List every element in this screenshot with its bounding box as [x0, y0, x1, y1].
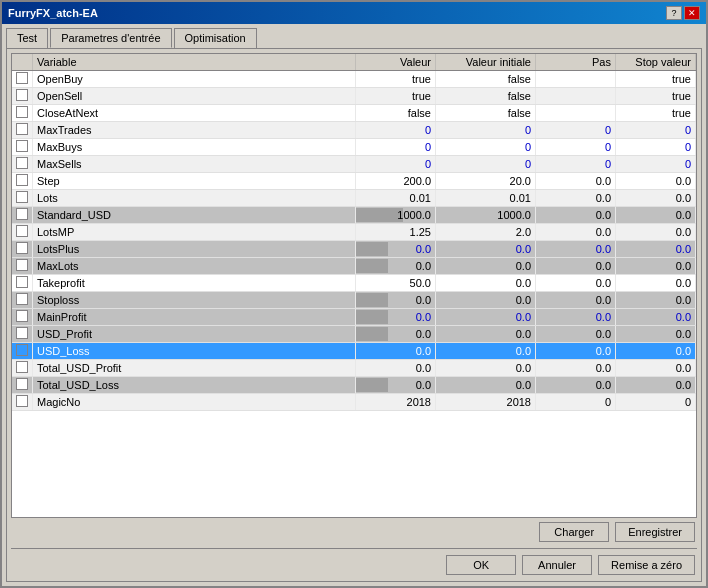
row-valeur[interactable]: 0.0 [356, 377, 436, 394]
row-valeur-initiale[interactable]: false [436, 71, 536, 88]
row-stop-valeur[interactable]: 0.0 [616, 173, 696, 190]
row-pas[interactable]: 0.0 [536, 326, 616, 343]
row-valeur-initiale[interactable]: 20.0 [436, 173, 536, 190]
row-valeur[interactable]: 0 [356, 156, 436, 173]
row-valeur-initiale[interactable]: 0.01 [436, 190, 536, 207]
row-valeur-initiale[interactable]: 0.0 [436, 292, 536, 309]
row-stop-valeur[interactable]: 0.0 [616, 190, 696, 207]
row-pas[interactable]: 0.0 [536, 241, 616, 258]
row-checkbox[interactable] [16, 123, 28, 135]
row-pas[interactable]: 0 [536, 394, 616, 411]
row-pas[interactable] [536, 105, 616, 122]
row-stop-valeur[interactable]: 0.0 [616, 207, 696, 224]
row-pas[interactable]: 0.0 [536, 173, 616, 190]
row-valeur[interactable]: 0 [356, 122, 436, 139]
row-pas[interactable]: 0 [536, 122, 616, 139]
row-valeur-initiale[interactable]: false [436, 105, 536, 122]
row-valeur-initiale[interactable]: 0.0 [436, 241, 536, 258]
row-pas[interactable]: 0.0 [536, 224, 616, 241]
row-stop-valeur[interactable]: true [616, 105, 696, 122]
row-valeur[interactable]: 0.0 [356, 292, 436, 309]
tab-test[interactable]: Test [6, 28, 48, 48]
row-valeur[interactable]: 2018 [356, 394, 436, 411]
row-valeur-initiale[interactable]: 2.0 [436, 224, 536, 241]
row-valeur-initiale[interactable]: 0 [436, 156, 536, 173]
row-valeur-initiale[interactable]: 0.0 [436, 377, 536, 394]
row-valeur[interactable]: false [356, 105, 436, 122]
row-stop-valeur[interactable]: true [616, 88, 696, 105]
row-checkbox[interactable] [16, 191, 28, 203]
row-valeur-initiale[interactable]: 0 [436, 139, 536, 156]
annuler-button[interactable]: Annuler [522, 555, 592, 575]
row-checkbox[interactable] [16, 276, 28, 288]
row-valeur[interactable]: 0.0 [356, 241, 436, 258]
row-pas[interactable]: 0.0 [536, 360, 616, 377]
row-valeur[interactable]: 0.0 [356, 258, 436, 275]
row-pas[interactable]: 0 [536, 139, 616, 156]
row-pas[interactable]: 0 [536, 156, 616, 173]
row-valeur-initiale[interactable]: 0.0 [436, 275, 536, 292]
help-button[interactable]: ? [666, 6, 682, 20]
row-valeur-initiale[interactable]: false [436, 88, 536, 105]
row-stop-valeur[interactable]: 0.0 [616, 343, 696, 360]
close-button[interactable]: ✕ [684, 6, 700, 20]
row-valeur[interactable]: 0.0 [356, 309, 436, 326]
row-stop-valeur[interactable]: 0.0 [616, 275, 696, 292]
row-valeur[interactable]: 0.0 [356, 343, 436, 360]
row-stop-valeur[interactable]: 0.0 [616, 292, 696, 309]
row-valeur-initiale[interactable]: 0 [436, 122, 536, 139]
row-pas[interactable] [536, 71, 616, 88]
row-checkbox[interactable] [16, 395, 28, 407]
row-pas[interactable]: 0.0 [536, 275, 616, 292]
row-valeur-initiale[interactable]: 0.0 [436, 343, 536, 360]
row-checkbox[interactable] [16, 89, 28, 101]
row-checkbox[interactable] [16, 378, 28, 390]
row-checkbox[interactable] [16, 208, 28, 220]
row-pas[interactable]: 0.0 [536, 343, 616, 360]
row-pas[interactable]: 0.0 [536, 377, 616, 394]
row-stop-valeur[interactable]: 0.0 [616, 224, 696, 241]
row-stop-valeur[interactable]: true [616, 71, 696, 88]
remise-button[interactable]: Remise a zéro [598, 555, 695, 575]
row-stop-valeur[interactable]: 0.0 [616, 377, 696, 394]
row-valeur[interactable]: 0.01 [356, 190, 436, 207]
row-stop-valeur[interactable]: 0.0 [616, 258, 696, 275]
row-checkbox[interactable] [16, 72, 28, 84]
row-checkbox[interactable] [16, 106, 28, 118]
row-valeur[interactable]: 200.0 [356, 173, 436, 190]
row-pas[interactable]: 0.0 [536, 190, 616, 207]
row-valeur-initiale[interactable]: 0.0 [436, 360, 536, 377]
row-stop-valeur[interactable]: 0 [616, 122, 696, 139]
row-pas[interactable]: 0.0 [536, 292, 616, 309]
row-stop-valeur[interactable]: 0 [616, 139, 696, 156]
row-valeur-initiale[interactable]: 1000.0 [436, 207, 536, 224]
charger-button[interactable]: Charger [539, 522, 609, 542]
row-valeur[interactable]: 0.0 [356, 360, 436, 377]
row-valeur[interactable]: 0.0 [356, 326, 436, 343]
row-pas[interactable]: 0.0 [536, 309, 616, 326]
row-stop-valeur[interactable]: 0.0 [616, 309, 696, 326]
row-stop-valeur[interactable]: 0 [616, 394, 696, 411]
row-valeur-initiale[interactable]: 0.0 [436, 309, 536, 326]
row-valeur[interactable]: 50.0 [356, 275, 436, 292]
row-valeur[interactable]: 0 [356, 139, 436, 156]
row-checkbox[interactable] [16, 344, 28, 356]
row-valeur-initiale[interactable]: 0.0 [436, 258, 536, 275]
row-valeur[interactable]: 1000.0 [356, 207, 436, 224]
row-checkbox[interactable] [16, 174, 28, 186]
ok-button[interactable]: OK [446, 555, 516, 575]
row-checkbox[interactable] [16, 259, 28, 271]
row-checkbox[interactable] [16, 327, 28, 339]
tab-optimisation[interactable]: Optimisation [174, 28, 257, 48]
row-pas[interactable]: 0.0 [536, 258, 616, 275]
tab-parametres[interactable]: Parametres d'entrée [50, 28, 171, 48]
row-checkbox[interactable] [16, 157, 28, 169]
row-checkbox[interactable] [16, 310, 28, 322]
row-valeur[interactable]: true [356, 88, 436, 105]
row-valeur-initiale[interactable]: 0.0 [436, 326, 536, 343]
row-checkbox[interactable] [16, 140, 28, 152]
row-pas[interactable]: 0.0 [536, 207, 616, 224]
row-stop-valeur[interactable]: 0.0 [616, 241, 696, 258]
enregistrer-button[interactable]: Enregistrer [615, 522, 695, 542]
row-checkbox[interactable] [16, 225, 28, 237]
